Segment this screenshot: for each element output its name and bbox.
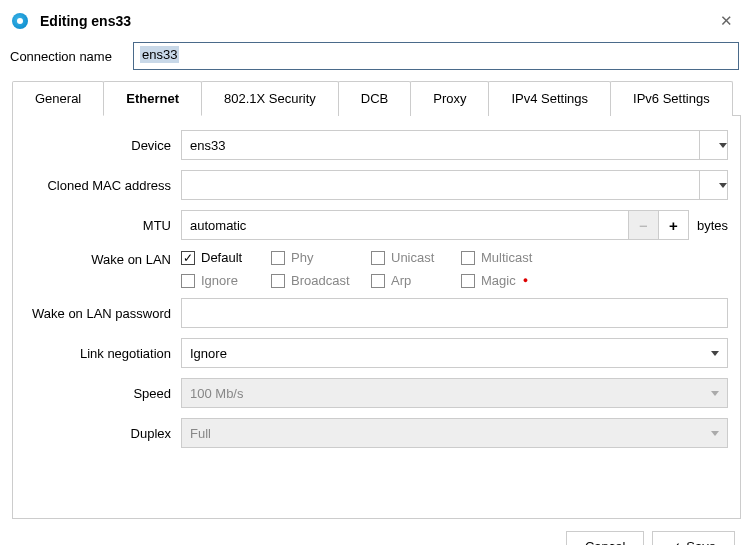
- wol-label: Wake on LAN: [25, 250, 181, 267]
- cancel-button[interactable]: Cancel: [566, 531, 644, 545]
- close-icon[interactable]: ✕: [716, 12, 737, 30]
- wol-phy-checkbox[interactable]: Phy: [271, 250, 371, 265]
- window-title: Editing ens33: [40, 13, 716, 29]
- connection-name-label: Connection name: [8, 49, 133, 64]
- chevron-down-icon: [711, 431, 719, 436]
- chevron-down-icon: [719, 143, 727, 148]
- wol-unicast-checkbox[interactable]: Unicast: [371, 250, 461, 265]
- chevron-down-icon: [711, 351, 719, 356]
- mac-combo[interactable]: [181, 170, 728, 200]
- tabs: General Ethernet 802.1X Security DCB Pro…: [12, 80, 741, 116]
- wol-multicast-checkbox[interactable]: Multicast: [461, 250, 561, 265]
- device-value: ens33: [190, 138, 225, 153]
- tab-ethernet[interactable]: Ethernet: [103, 81, 202, 116]
- tab-dcb[interactable]: DCB: [338, 81, 411, 116]
- wolpw-input[interactable]: [181, 298, 728, 328]
- tab-security[interactable]: 802.1X Security: [201, 81, 339, 116]
- wol-broadcast-checkbox[interactable]: Broadcast: [271, 273, 371, 288]
- mtu-decrement[interactable]: −: [629, 210, 659, 240]
- wol-arp-checkbox[interactable]: Arp: [371, 273, 461, 288]
- tab-ipv6[interactable]: IPv6 Settings: [610, 81, 733, 116]
- mtu-label: MTU: [25, 218, 181, 233]
- wol-magic-checkbox[interactable]: Magic●: [461, 273, 561, 288]
- chevron-down-icon: [719, 183, 727, 188]
- chevron-down-icon: [711, 391, 719, 396]
- device-combo[interactable]: ens33: [181, 130, 728, 160]
- tab-general[interactable]: General: [12, 81, 104, 116]
- tab-ipv4[interactable]: IPv4 Settings: [488, 81, 611, 116]
- speed-label: Speed: [25, 386, 181, 401]
- app-icon: [12, 13, 28, 29]
- connection-name-input[interactable]: ens33: [133, 42, 739, 70]
- linkneg-label: Link negotiation: [25, 346, 181, 361]
- wolpw-label: Wake on LAN password: [25, 306, 181, 321]
- mtu-increment[interactable]: +: [659, 210, 689, 240]
- wol-ignore-checkbox[interactable]: Ignore: [181, 273, 271, 288]
- mtu-input[interactable]: automatic: [181, 210, 629, 240]
- duplex-select: Full: [181, 418, 728, 448]
- speed-select: 100 Mb/s: [181, 378, 728, 408]
- tab-proxy[interactable]: Proxy: [410, 81, 489, 116]
- wol-default-checkbox[interactable]: Default: [181, 250, 271, 265]
- mac-label: Cloned MAC address: [25, 178, 181, 193]
- mtu-unit: bytes: [697, 218, 728, 233]
- device-label: Device: [25, 138, 181, 153]
- linkneg-select[interactable]: Ignore: [181, 338, 728, 368]
- save-button[interactable]: ✓Save: [652, 531, 735, 545]
- duplex-label: Duplex: [25, 426, 181, 441]
- check-icon: ✓: [671, 540, 681, 546]
